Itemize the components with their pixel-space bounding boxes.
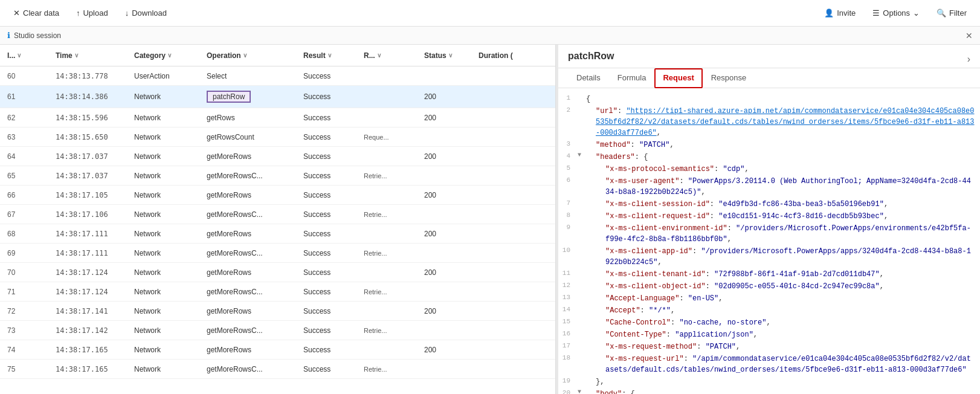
cell-result: Success (296, 109, 356, 127)
cell-id: 63 (0, 128, 48, 146)
cell-operation: getMoreRows (199, 341, 296, 359)
line-content: "x-ms-user-agent": "PowerApps/3.20114.0 … (586, 176, 980, 198)
tab-details[interactable]: Details (568, 68, 609, 88)
table-row[interactable]: 68 14:38:17.111 Network getMoreRows Succ… (0, 224, 555, 244)
line-content: "x-ms-request-method": "PATCH", (586, 341, 980, 352)
upload-label: Upload (83, 8, 108, 18)
cell-time: 14:38:17.165 (48, 360, 127, 378)
cell-result: Success (296, 360, 356, 378)
cell-result: Success (296, 321, 356, 340)
cell-duration (471, 306, 555, 316)
header-operation[interactable]: Operation ∨ (199, 47, 296, 65)
cell-operation: getRows (199, 109, 296, 127)
header-r[interactable]: R... ∨ (356, 47, 417, 65)
download-button[interactable]: ↓ Download (121, 6, 170, 20)
table-row[interactable]: 61 14:38:14.386 Network patchRow Success… (0, 86, 555, 108)
line-number: 5 (558, 164, 578, 172)
header-time[interactable]: Time ∨ (48, 47, 127, 65)
table-row[interactable]: 74 14:38:17.165 Network getMoreRows Succ… (0, 340, 555, 360)
cell-duration (471, 92, 555, 102)
table-row[interactable]: 60 14:38:13.778 UserAction Select Succes… (0, 66, 555, 86)
table-row[interactable]: 65 14:38:17.037 Network getMoreRowsC... … (0, 166, 555, 186)
filter-button[interactable]: 🔍 Filter (933, 6, 970, 20)
line-number: 14 (558, 305, 578, 313)
clear-data-button[interactable]: ✕ Clear data (10, 6, 63, 20)
toolbar-right: 👤 Invite ☰ Options ⌄ 🔍 Filter (820, 6, 970, 20)
chevron-down-icon: ⌄ (913, 8, 920, 18)
header-category[interactable]: Category ∨ (127, 47, 199, 65)
upload-button[interactable]: ↑ Upload (73, 6, 112, 20)
line-number: 8 (558, 211, 578, 219)
cell-id: 70 (0, 263, 48, 282)
tab-request[interactable]: Request (654, 68, 702, 88)
expand-button[interactable]: › (967, 54, 970, 65)
code-line: 10 "x-ms-client-app-id": "/providers/Mic… (558, 245, 980, 268)
header-id[interactable]: I... ∨ (0, 47, 48, 65)
right-panel: patchRow › Details Formula Request Respo… (558, 45, 980, 394)
filter-label: Filter (949, 8, 967, 18)
cell-result: Success (296, 186, 356, 204)
cell-result: Success (296, 205, 356, 224)
toolbar: ✕ Clear data ↑ Upload ↓ Download 👤 Invit… (0, 0, 980, 27)
table-row[interactable]: 73 14:38:17.142 Network getMoreRowsC... … (0, 321, 555, 340)
cell-status: 200 (417, 186, 471, 204)
options-label: Options (883, 8, 910, 18)
line-content: "x-ms-client-app-id": "/providers/Micros… (586, 246, 980, 268)
tab-response[interactable]: Response (703, 68, 755, 88)
line-toggle[interactable]: ▼ (578, 389, 586, 394)
cell-id: 64 (0, 147, 48, 166)
line-content: "x-ms-client-object-id": "02d0905c-e055-… (586, 281, 980, 292)
tab-formula[interactable]: Formula (609, 68, 655, 88)
cell-result: Success (296, 225, 356, 243)
invite-label: Invite (837, 8, 856, 18)
table-row[interactable]: 70 14:38:17.124 Network getMoreRows Succ… (0, 263, 555, 282)
left-panel: I... ∨ Time ∨ Category ∨ Operation ∨ Res… (0, 45, 556, 394)
table-scroll[interactable]: 60 14:38:13.778 UserAction Select Succes… (0, 66, 555, 394)
table-row[interactable]: 62 14:38:15.596 Network getRows Success … (0, 108, 555, 128)
session-bar: ℹ Studio session ✕ (0, 27, 980, 45)
line-content: "x-ms-client-tenant-id": "72f988bf-86f1-… (586, 269, 980, 280)
header-status[interactable]: Status ∨ (417, 47, 471, 65)
code-line: 7 "x-ms-client-session-id": "e4d9fb3d-fc… (558, 198, 980, 210)
table-row[interactable]: 72 14:38:17.141 Network getMoreRows Succ… (0, 302, 555, 321)
table-row[interactable]: 64 14:38:17.037 Network getMoreRows Succ… (0, 147, 555, 166)
code-line: 12 "x-ms-client-object-id": "02d0905c-e0… (558, 280, 980, 292)
line-toggle[interactable]: ▼ (578, 152, 586, 158)
cell-time: 14:38:17.165 (48, 341, 127, 359)
line-content: "body": { (586, 389, 980, 394)
invite-button[interactable]: 👤 Invite (820, 6, 859, 20)
table-header: I... ∨ Time ∨ Category ∨ Operation ∨ Res… (0, 45, 555, 66)
code-line: 13 "Accept-Language": "en-US", (558, 292, 980, 305)
table-row[interactable]: 67 14:38:17.106 Network getMoreRowsC... … (0, 205, 555, 224)
cell-time: 14:38:17.124 (48, 283, 127, 301)
table-row[interactable]: 63 14:38:15.650 Network getRowsCount Suc… (0, 128, 555, 147)
cell-result: Success (296, 167, 356, 185)
code-line: 9 "x-ms-client-environment-id": "/provid… (558, 222, 980, 245)
header-result[interactable]: Result ∨ (296, 47, 356, 65)
code-line: 15 "Cache-Control": "no-cache, no-store"… (558, 317, 980, 329)
table-row[interactable]: 75 14:38:17.165 Network getMoreRowsC... … (0, 360, 555, 379)
tabs-container: Details Formula Request Response (558, 68, 980, 88)
code-line: 16 "Content-Type": "application/json", (558, 329, 980, 341)
table-row[interactable]: 66 14:38:17.105 Network getMoreRows Succ… (0, 186, 555, 205)
table-row[interactable]: 71 14:38:17.124 Network getMoreRowsC... … (0, 282, 555, 302)
cell-time: 14:38:17.037 (48, 147, 127, 166)
code-line: 18 "x-ms-request-url": "/apim/commondata… (558, 353, 980, 376)
cell-time: 14:38:15.596 (48, 109, 127, 127)
download-label: Download (132, 8, 167, 18)
cell-id: 75 (0, 360, 48, 378)
cell-duration (471, 171, 555, 181)
cell-operation: getMoreRows (199, 302, 296, 320)
table-row[interactable]: 69 14:38:17.111 Network getMoreRowsC... … (0, 244, 555, 263)
cell-duration (471, 268, 555, 277)
session-close-button[interactable]: ✕ (965, 31, 973, 40)
cell-category: Network (127, 88, 199, 106)
cell-category: Network (127, 186, 199, 204)
cell-duration (471, 287, 555, 297)
cell-id: 62 (0, 109, 48, 127)
cell-operation: patchRow (199, 86, 296, 108)
json-url-link[interactable]: "https://tip1-shared.azure-apim.net/apim… (596, 107, 975, 137)
code-panel: 1 { 2 "url": "https://tip1-shared.azure-… (558, 88, 980, 394)
info-icon: ℹ (7, 31, 10, 40)
options-button[interactable]: ☰ Options ⌄ (869, 6, 923, 20)
